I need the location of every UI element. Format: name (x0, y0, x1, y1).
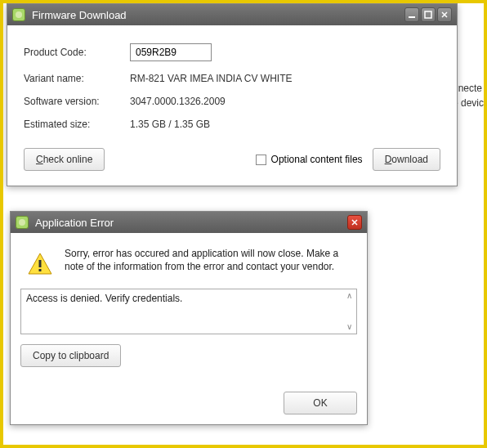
variant-label: Variant name: (24, 73, 130, 84)
scroll-up-icon[interactable]: ∧ (343, 291, 355, 301)
optional-files-checkbox[interactable] (256, 155, 266, 165)
firmware-titlebar[interactable]: Firmware Download (7, 4, 457, 25)
error-detail-box[interactable]: Access is denied. Verify credentials. ∧ … (20, 289, 357, 334)
optional-files-checkbox-wrap[interactable]: Optional content files (256, 154, 363, 165)
scroll-down-icon[interactable]: ∨ (343, 322, 355, 332)
check-online-button[interactable]: Check online (24, 148, 105, 171)
error-title: Application Error (35, 217, 114, 229)
ok-button[interactable]: OK (284, 392, 357, 414)
error-titlebar[interactable]: Application Error (11, 212, 367, 233)
close-button[interactable] (437, 7, 452, 22)
svg-rect-3 (39, 269, 42, 271)
svg-rect-1 (425, 11, 431, 18)
estimated-size-value: 1.35 GB / 1.35 GB (130, 119, 210, 130)
application-error-window: Application Error Sorry, error has occur… (10, 211, 368, 425)
maximize-button[interactable] (421, 7, 436, 22)
software-version-label: Software version: (24, 96, 130, 107)
minimize-button[interactable] (404, 7, 419, 22)
product-code-input[interactable] (130, 43, 212, 61)
app-icon (12, 8, 25, 21)
optional-files-label: Optional content files (271, 154, 363, 165)
variant-value: RM-821 VAR IMEA INDIA CV WHITE (130, 73, 292, 84)
svg-rect-2 (39, 260, 42, 267)
error-close-button[interactable] (347, 215, 362, 230)
firmware-download-window: Firmware Download Product Code: Variant … (7, 3, 458, 186)
svg-rect-0 (409, 16, 415, 18)
error-message: Sorry, error has occured and application… (65, 248, 351, 277)
error-detail-text: Access is denied. Verify credentials. (26, 293, 182, 304)
software-version-value: 3047.0000.1326.2009 (130, 96, 226, 107)
firmware-title: Firmware Download (32, 9, 127, 21)
copy-to-clipboard-button[interactable]: Copy to clipboard (20, 344, 121, 367)
estimated-size-label: Estimated size: (24, 119, 130, 130)
download-button[interactable]: Download (373, 148, 440, 171)
warning-icon (27, 251, 53, 277)
product-code-label: Product Code: (24, 47, 130, 58)
app-icon (16, 216, 29, 229)
